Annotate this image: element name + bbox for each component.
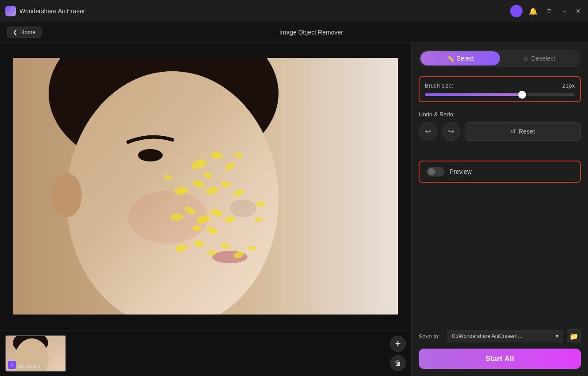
- preview-section: Preview: [419, 161, 581, 183]
- add-image-button[interactable]: +: [390, 336, 406, 352]
- brush-size-label-row: Brush size: 21px: [425, 82, 575, 89]
- canvas-area[interactable]: [0, 42, 411, 330]
- back-arrow-icon: ❮: [13, 29, 18, 35]
- menu-icon[interactable]: ≡: [544, 6, 554, 16]
- chevron-down-icon: ▾: [556, 333, 558, 339]
- reset-label: Reset: [519, 128, 535, 135]
- back-button[interactable]: ❮ Home: [7, 27, 42, 38]
- brush-size-label: Brush size:: [425, 82, 453, 89]
- right-panel: ✏️ Select ◇ Deselect Brush size: 21px Un…: [411, 42, 588, 376]
- save-path-dropdown[interactable]: C:/Wondershare AniEraser/I... ▾: [447, 330, 563, 342]
- save-path-text: C:/Wondershare AniEraser/I...: [452, 333, 522, 339]
- folder-icon: 📁: [569, 332, 578, 341]
- toggle-knob: [428, 168, 435, 175]
- thumbnail-label: istockphoto: [18, 364, 40, 369]
- svg-point-4: [230, 200, 256, 217]
- canvas-column: ✓ istockphoto + 🗑: [0, 42, 411, 376]
- bottom-strip: ✓ istockphoto + 🗑: [0, 330, 411, 376]
- undo-redo-row: ↩ ↪ ↺ Reset: [419, 122, 581, 141]
- avatar[interactable]: [510, 5, 523, 17]
- check-icon: ✓: [10, 362, 14, 367]
- browse-folder-button[interactable]: 📁: [567, 329, 581, 343]
- svg-point-6: [138, 149, 163, 161]
- eraser-icon: ◇: [524, 55, 529, 62]
- navbar: ❮ Home Image Object Remover: [0, 22, 588, 42]
- deselect-label: Deselect: [531, 55, 555, 62]
- deselect-button[interactable]: ◇ Deselect: [500, 51, 580, 65]
- titlebar-controls: 🔔 ≡ − ✕: [510, 5, 583, 17]
- save-path-row: Save to: C:/Wondershare AniEraser/I... ▾…: [419, 329, 581, 343]
- close-button[interactable]: ✕: [574, 7, 583, 15]
- reset-button[interactable]: ↺ Reset: [465, 122, 581, 141]
- select-label: Select: [457, 55, 474, 62]
- titlebar: Wondershare AniEraser 🔔 ≡ − ✕: [0, 0, 588, 22]
- reset-icon: ↺: [511, 128, 516, 135]
- app-logo: [5, 6, 16, 16]
- save-to-label: Save to:: [419, 333, 443, 340]
- brush-slider-track: [425, 93, 575, 96]
- strip-actions: + 🗑: [390, 336, 406, 371]
- main-content: ✓ istockphoto + 🗑 ✏️ Select ◇: [0, 42, 588, 376]
- redo-button[interactable]: ↪: [442, 122, 460, 141]
- delete-image-button[interactable]: 🗑: [390, 355, 406, 371]
- app-title: Wondershare AniEraser: [19, 8, 85, 15]
- trash-icon: 🗑: [394, 359, 401, 367]
- select-button[interactable]: ✏️ Select: [420, 51, 500, 65]
- brush-slider-thumb[interactable]: [518, 91, 526, 99]
- thumbnail-item[interactable]: ✓ istockphoto: [5, 335, 66, 372]
- plus-icon: +: [395, 338, 401, 349]
- preview-toggle[interactable]: [427, 167, 444, 176]
- image-container[interactable]: [13, 58, 398, 315]
- select-deselect-row: ✏️ Select ◇ Deselect: [419, 50, 581, 67]
- brush-size-section: Brush size: 21px: [419, 76, 581, 102]
- preview-label: Preview: [450, 168, 472, 175]
- thumbnail-check: ✓: [8, 361, 16, 369]
- back-label: Home: [20, 29, 36, 35]
- svg-point-3: [51, 173, 82, 217]
- start-all-button[interactable]: Start All: [419, 349, 581, 369]
- pencil-icon: ✏️: [447, 55, 454, 62]
- brush-slider-fill: [425, 93, 522, 96]
- svg-point-7: [128, 191, 208, 244]
- undo-redo-text: Undo & Redo:: [419, 111, 455, 118]
- undo-redo-label: Undo & Redo:: [419, 111, 581, 118]
- minimize-button[interactable]: −: [560, 7, 569, 15]
- undo-icon: ↩: [425, 127, 431, 136]
- save-section: Save to: C:/Wondershare AniEraser/I... ▾…: [419, 324, 581, 369]
- redo-icon: ↪: [448, 127, 454, 136]
- page-title: Image Object Remover: [42, 29, 581, 36]
- divider-1: [419, 155, 581, 155]
- face-canvas: [13, 58, 398, 315]
- notification-icon[interactable]: 🔔: [528, 6, 538, 16]
- undo-button[interactable]: ↩: [419, 122, 437, 141]
- undo-redo-section: Undo & Redo: ↩ ↪ ↺ Reset: [419, 111, 581, 141]
- brush-size-value: 21px: [562, 82, 575, 89]
